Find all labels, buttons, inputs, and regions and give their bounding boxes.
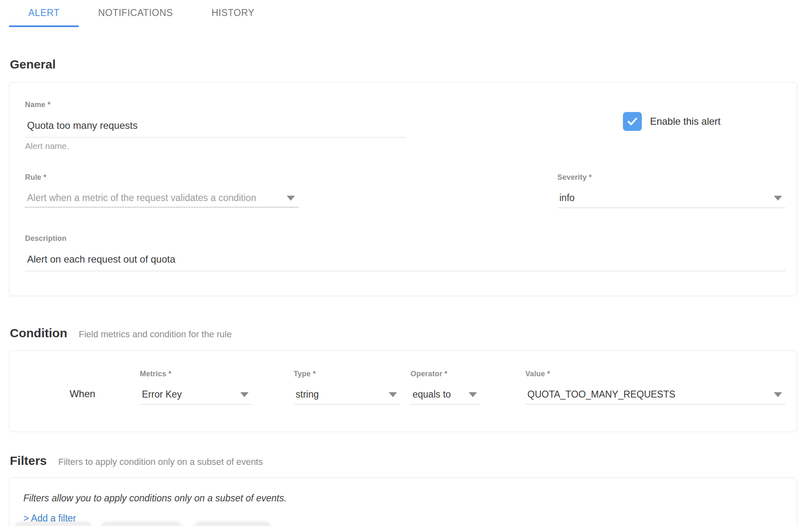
tab-history[interactable]: HISTORY bbox=[192, 0, 274, 27]
metrics-field: Metrics * Error Key bbox=[140, 370, 252, 405]
condition-card: When Metrics * Error Key Type * string O… bbox=[9, 350, 797, 432]
condition-subtitle: Field metrics and condition for the rule bbox=[79, 329, 232, 340]
name-label: Name * bbox=[25, 101, 406, 109]
type-label: Type * bbox=[294, 370, 400, 378]
severity-select[interactable]: info bbox=[557, 192, 785, 208]
name-field: Name * Quota too many requests Alert nam… bbox=[25, 101, 406, 151]
value-select-value: QUOTA_TOO_MANY_REQUESTS bbox=[527, 389, 675, 400]
check-icon bbox=[626, 115, 639, 128]
enable-alert-control: Enable this alert bbox=[623, 112, 721, 131]
metrics-select[interactable]: Error Key bbox=[140, 389, 252, 405]
when-label: When bbox=[25, 388, 140, 405]
severity-select-value: info bbox=[559, 192, 575, 204]
operator-select-value: equals to bbox=[413, 389, 451, 400]
bottom-button[interactable] bbox=[16, 523, 90, 526]
filters-card: Filters allow you to apply conditions on… bbox=[9, 478, 797, 526]
general-card: Name * Quota too many requests Alert nam… bbox=[9, 82, 797, 296]
filters-subtitle: Filters to apply condition only on a sub… bbox=[58, 457, 263, 467]
condition-title: Condition bbox=[10, 326, 67, 340]
metrics-label: Metrics * bbox=[140, 370, 252, 378]
chevron-down-icon bbox=[469, 392, 477, 397]
filters-note: Filters allow you to apply conditions on… bbox=[23, 493, 785, 504]
metrics-select-value: Error Key bbox=[142, 389, 182, 400]
rule-field: Rule * Alert when a metric of the reques… bbox=[25, 173, 298, 208]
type-select[interactable]: string bbox=[294, 389, 400, 405]
name-input[interactable]: Quota too many requests bbox=[25, 120, 406, 137]
severity-label: Severity * bbox=[557, 173, 785, 182]
chevron-down-icon bbox=[389, 392, 397, 397]
chevron-down-icon bbox=[240, 392, 249, 397]
chevron-down-icon bbox=[774, 392, 782, 397]
type-field: Type * string bbox=[294, 370, 400, 405]
description-label: Description bbox=[25, 234, 785, 243]
rule-select-value: Alert when a metric of the request valid… bbox=[27, 192, 256, 204]
chevron-down-icon bbox=[287, 196, 295, 201]
chevron-down-icon bbox=[774, 196, 782, 201]
tab-alert[interactable]: ALERT bbox=[9, 0, 79, 27]
name-helper: Alert name. bbox=[25, 141, 406, 151]
bottom-button[interactable] bbox=[196, 523, 269, 526]
rule-label: Rule * bbox=[25, 173, 298, 182]
filters-section-heading: Filters Filters to apply condition only … bbox=[10, 454, 812, 468]
severity-field: Severity * info bbox=[557, 173, 785, 208]
rule-select[interactable]: Alert when a metric of the request valid… bbox=[25, 192, 298, 208]
value-select[interactable]: QUOTA_TOO_MANY_REQUESTS bbox=[525, 389, 785, 405]
bottom-button[interactable] bbox=[103, 523, 180, 526]
tab-bar: ALERT NOTIFICATIONS HISTORY bbox=[0, 0, 812, 27]
operator-field: Operator * equals to bbox=[411, 370, 480, 405]
tab-notifications[interactable]: NOTIFICATIONS bbox=[79, 0, 192, 27]
value-label: Value * bbox=[525, 370, 785, 378]
alert-editor-page: ALERT NOTIFICATIONS HISTORY General Name… bbox=[0, 0, 812, 526]
description-input[interactable]: Alert on each request out of quota bbox=[25, 254, 785, 271]
operator-label: Operator * bbox=[411, 370, 480, 378]
filters-title: Filters bbox=[10, 454, 47, 468]
general-title: General bbox=[10, 57, 56, 71]
enable-alert-checkbox[interactable] bbox=[623, 112, 642, 131]
description-field: Description Alert on each request out of… bbox=[25, 234, 785, 271]
enable-alert-label: Enable this alert bbox=[650, 116, 721, 127]
condition-section-heading: Condition Field metrics and condition fo… bbox=[10, 326, 812, 340]
add-filter-link[interactable]: > Add a filter bbox=[23, 513, 76, 524]
value-field: Value * QUOTA_TOO_MANY_REQUESTS bbox=[525, 370, 785, 405]
operator-select[interactable]: equals to bbox=[411, 389, 480, 405]
type-select-value: string bbox=[296, 389, 319, 400]
general-section-heading: General bbox=[10, 57, 812, 71]
